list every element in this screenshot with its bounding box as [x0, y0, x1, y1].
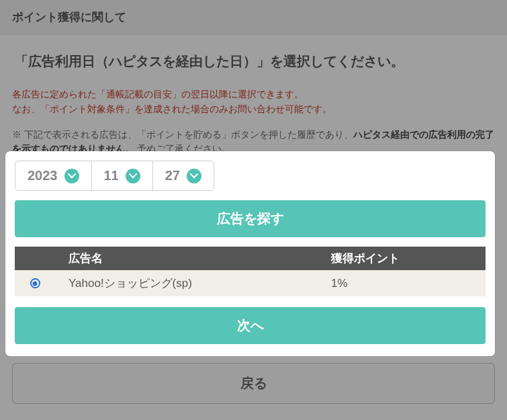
table-header-points: 獲得ポイント: [331, 251, 486, 266]
date-selector: 2023 11 27: [15, 161, 486, 191]
month-value: 11: [104, 168, 119, 183]
search-ads-label: 広告を探す: [217, 211, 284, 226]
next-button[interactable]: 次へ: [15, 307, 486, 344]
next-button-label: 次へ: [237, 318, 264, 333]
day-value: 27: [165, 168, 180, 183]
chevron-down-icon: [64, 169, 79, 183]
back-button[interactable]: 戻る: [12, 363, 495, 404]
gray-note-prefix: ※ 下記で表示される広告は、「ポイントを貯める」ボタンを押した履歴であり、: [12, 130, 353, 140]
table-header-radio: [15, 251, 55, 266]
chevron-down-icon: [126, 169, 140, 183]
back-button-label: 戻る: [240, 376, 267, 390]
radio-input[interactable]: [30, 278, 40, 288]
modal-card: 2023 11 27 広告を探す 広告名 獲得ポイント Yahoo!ショッピング…: [5, 151, 495, 356]
ad-name: Yahoo!ショッピング(sp): [55, 276, 331, 291]
table-header: 広告名 獲得ポイント: [15, 247, 486, 270]
table-header-name: 広告名: [55, 251, 331, 266]
red-note-line2: なお、「ポイント対象条件」を達成された場合のみお問い合わせ可能です。: [12, 101, 495, 116]
red-note: 各広告に定められた「通帳記載の目安」の翌日以降に選択できます。 なお、「ポイント…: [12, 87, 495, 117]
year-select[interactable]: 2023: [15, 161, 92, 191]
page-title: ポイント獲得に関して: [12, 11, 126, 24]
search-ads-button[interactable]: 広告を探す: [15, 200, 486, 237]
month-select[interactable]: 11: [92, 161, 153, 191]
year-value: 2023: [28, 168, 58, 183]
table-row[interactable]: Yahoo!ショッピング(sp) 1%: [15, 270, 486, 296]
ad-points: 1%: [331, 277, 486, 290]
red-note-line1: 各広告に定められた「通帳記載の目安」の翌日以降に選択できます。: [12, 87, 495, 101]
chevron-down-icon: [187, 169, 201, 183]
day-select[interactable]: 27: [153, 161, 214, 191]
page-header: ポイント獲得に関して: [0, 0, 507, 35]
main-heading: 「広告利用日（ハピタスを経由した日）」を選択してください。: [15, 52, 495, 71]
